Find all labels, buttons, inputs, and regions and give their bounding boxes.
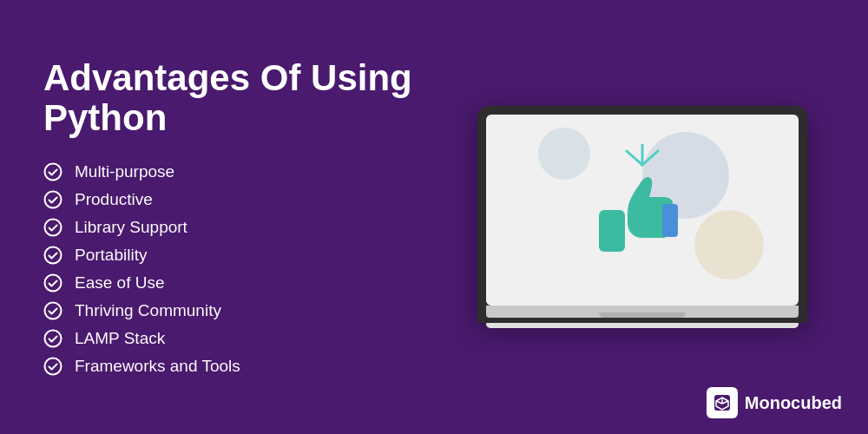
list-item: Multi-purpose (43, 162, 460, 181)
svg-line-9 (627, 151, 642, 165)
list-item: Thriving Community (43, 301, 460, 320)
thumbs-up-container (586, 154, 699, 266)
laptop-illustration (477, 106, 807, 328)
check-circle-icon (43, 246, 62, 265)
check-circle-icon (43, 357, 62, 376)
list-item-label: Library Support (75, 218, 187, 237)
right-panel (460, 106, 825, 328)
list-item: Portability (43, 246, 460, 265)
list-item-label: Ease of Use (75, 273, 165, 293)
check-circle-icon (43, 329, 62, 348)
list-item: Library Support (43, 218, 460, 237)
list-item-label: Productive (75, 190, 153, 209)
svg-point-0 (45, 164, 62, 181)
list-item: Productive (43, 190, 460, 209)
bg-circle-2 (694, 210, 764, 279)
page-title: Advantages Of Using Python (43, 58, 460, 138)
advantages-list: Multi-purpose Productive Library Support… (43, 162, 460, 376)
branding: Monocubed (707, 387, 842, 418)
list-item: LAMP Stack (43, 329, 460, 348)
list-item: Frameworks and Tools (43, 357, 460, 376)
check-circle-icon (43, 273, 62, 293)
laptop-bottom (486, 323, 799, 328)
laptop-base (486, 306, 799, 318)
list-item-label: Frameworks and Tools (75, 357, 240, 376)
list-item-label: LAMP Stack (75, 329, 165, 348)
svg-line-10 (642, 151, 658, 165)
svg-rect-11 (599, 210, 625, 252)
monocubed-logo-icon (713, 393, 732, 412)
thumbs-up-icon (586, 154, 699, 266)
list-item: Ease of Use (43, 273, 460, 293)
check-circle-icon (43, 301, 62, 320)
svg-point-1 (45, 192, 62, 208)
laptop-screen-inner (486, 115, 799, 306)
check-circle-icon (43, 218, 62, 237)
svg-point-7 (45, 358, 62, 375)
left-panel: Advantages Of Using Python Multi-purpose… (43, 58, 460, 376)
list-item-label: Portability (75, 246, 147, 265)
laptop-screen-outer (477, 106, 807, 323)
bg-circle-3 (538, 128, 590, 180)
shine-lines-icon (616, 141, 668, 167)
svg-rect-12 (662, 204, 678, 237)
svg-point-4 (45, 275, 62, 292)
svg-point-6 (45, 331, 62, 347)
check-circle-icon (43, 190, 62, 209)
brand-name: Monocubed (745, 393, 842, 413)
svg-point-2 (45, 220, 62, 236)
page-container: Advantages Of Using Python Multi-purpose… (0, 0, 868, 434)
check-circle-icon (43, 162, 62, 181)
svg-point-3 (45, 247, 62, 264)
list-item-label: Thriving Community (75, 301, 221, 320)
brand-logo (707, 387, 738, 418)
list-item-label: Multi-purpose (75, 162, 174, 181)
svg-point-5 (45, 303, 62, 319)
